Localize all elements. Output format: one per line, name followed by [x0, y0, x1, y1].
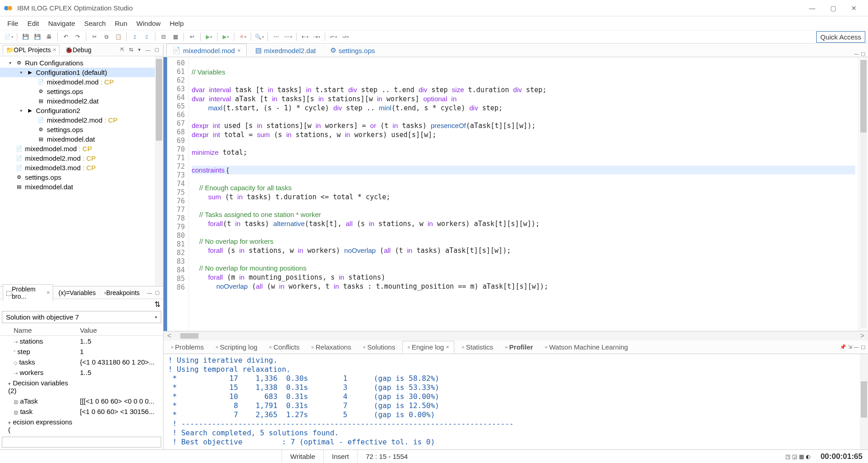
link-editor-icon[interactable]: ⇆ [127, 46, 134, 54]
editor-content[interactable]: // Variables dvar interval task [t in ta… [189, 57, 858, 331]
maximize-view-icon[interactable]: ▢ [153, 46, 160, 54]
pb-row[interactable]: ▾ ecision expressions ( [0, 417, 163, 435]
tab-debug[interactable]: 🐞 Debug [62, 45, 94, 54]
undo-button[interactable]: ↶ [61, 32, 71, 42]
bottom-tab[interactable]: ▫Problems [166, 341, 208, 353]
bottom-tab[interactable]: ▫Solutions [358, 341, 400, 353]
minimize-editor-icon[interactable]: — [854, 51, 859, 57]
bottom-tab[interactable]: ▫Statistics [457, 341, 497, 353]
menu-window[interactable]: Window [132, 18, 165, 29]
copy-button[interactable]: ⧉ [101, 32, 111, 42]
pb-row[interactable]: ⇢ workers1..5 [0, 367, 163, 378]
console-vscroll[interactable] [860, 354, 868, 449]
minimize-view-icon[interactable]: — [144, 46, 152, 54]
editor-tab[interactable]: ⚙settings.ops [324, 44, 381, 57]
step-fwd-button[interactable]: ⤻▾ [340, 32, 350, 42]
redo-button[interactable]: ↷ [73, 32, 83, 42]
bottom-tab[interactable]: ▫Relaxations [307, 341, 356, 353]
paste-button[interactable]: 📋 [113, 32, 123, 42]
search-button[interactable]: 🔍▾ [254, 32, 264, 42]
tree-item[interactable]: ▤ mixedmodel2.dat [0, 96, 163, 106]
tab-opl-projects[interactable]: 📁 OPL Projects ✕ [3, 45, 60, 55]
close-icon[interactable]: ✕ [446, 345, 449, 350]
sort-asc-button[interactable]: z [130, 32, 140, 42]
pb-row[interactable]: ⇢ stations1..5 [0, 336, 163, 346]
tab-variables[interactable]: (x)= Variables [56, 288, 99, 297]
editor-tab[interactable]: 📄mixedmodel.mod✕ [166, 44, 247, 57]
menu-navigate[interactable]: Navigate [44, 18, 79, 29]
run-button[interactable]: ▶▾ [204, 32, 214, 42]
wrap-button[interactable]: ↩ [187, 32, 197, 42]
editor-tab[interactable]: ▤mixedmodel2.dat [249, 44, 322, 57]
tree-item[interactable]: 📄 mixedmodel2.mod : CP [0, 115, 163, 125]
bottom-tab[interactable]: ▫Scripting log [211, 341, 262, 353]
tree-item[interactable]: ⚙ settings.ops [0, 172, 163, 182]
bottom-tab[interactable]: ▫Engine log✕ [402, 341, 454, 353]
menu-search[interactable]: Search [79, 18, 110, 29]
tree-scrollbar[interactable] [155, 56, 163, 286]
maximize-icon[interactable]: ▢ [861, 344, 865, 350]
pb-row[interactable]: ▥ aTask[[[<1 0 60 60> <0 0 0 0... [0, 396, 163, 406]
close-icon[interactable]: ✕ [237, 48, 241, 53]
save-all-button[interactable]: 💾 [32, 32, 42, 42]
pb-row[interactable]: ▥ task[<1 0 60 60> <1 30156... [0, 406, 163, 417]
pb-row[interactable]: ▾ Decision variables (2) [0, 378, 163, 396]
twisty-icon[interactable]: ▾ [9, 60, 15, 65]
ext-tools-button[interactable]: ✳▾ [238, 32, 248, 42]
tree-item[interactable]: ▾ ▶ Configuration2 [0, 106, 163, 115]
minimize-view-icon[interactable]: — [147, 289, 153, 296]
menu-help[interactable]: Help [165, 18, 188, 29]
tree-item[interactable]: ⚙ settings.ops [0, 87, 163, 96]
bottom-tab[interactable]: ▫Conflicts [265, 341, 304, 353]
print-button[interactable]: 🖶 [44, 32, 54, 42]
window-maximize-button[interactable]: ▢ [823, 1, 843, 15]
tree-item[interactable]: 📄 mixedmodel2.mod : CP [0, 153, 163, 163]
toggle-block-button[interactable]: ▦ [170, 32, 180, 42]
menu-file[interactable]: File [3, 18, 23, 29]
tree-item[interactable]: ▤ mixedmodel.dat [0, 134, 163, 144]
tree-item[interactable]: 📄 mixedmodel.mod : CP [0, 77, 163, 87]
tree-item[interactable]: ⚙ settings.ops [0, 125, 163, 134]
collapse-all-icon[interactable]: ⇱ [119, 46, 126, 54]
save-button[interactable]: 💾 [20, 32, 30, 42]
debug-button[interactable]: ▶▾ [221, 32, 231, 42]
nav-back-button[interactable]: ⇠▾ [300, 32, 310, 42]
tree-item[interactable]: ▾ ▶ Configuration1 (default) [0, 68, 163, 77]
tree-item[interactable]: 📄 mixedmodel.mod : CP [0, 144, 163, 153]
step-back-button[interactable]: ⤺▾ [328, 32, 338, 42]
nav-fwd-button[interactable]: ⇢▾ [312, 32, 322, 42]
engine-log-console[interactable]: ! Using iterative diving. ! Using tempor… [164, 354, 868, 449]
maximize-view-icon[interactable]: ▢ [154, 289, 160, 296]
minimize-icon[interactable]: — [854, 344, 859, 350]
pin-icon[interactable]: 📌 [840, 344, 846, 350]
twisty-icon[interactable]: ▾ [20, 70, 26, 75]
sort-desc-button[interactable]: z [142, 32, 152, 42]
toggle-comment-button[interactable]: ⊟ [159, 32, 169, 42]
pb-filter-input[interactable] [2, 437, 161, 448]
close-icon[interactable]: ✕ [53, 47, 56, 52]
view-menu-icon[interactable]: ▾ [136, 46, 143, 54]
close-icon[interactable]: ✕ [46, 290, 50, 295]
maximize-editor-icon[interactable]: ▢ [861, 51, 865, 57]
tray-icon[interactable]: ◐ [806, 453, 810, 460]
pb-row[interactable]: " step1 [0, 346, 163, 357]
project-tree[interactable]: ▾ ⚙ Run Configurations ▾ ▶ Configuration… [0, 56, 163, 286]
pb-row[interactable]: › " total7 [0, 435, 163, 436]
new-button[interactable]: 📄▾ [4, 32, 14, 42]
solution-selector[interactable]: Solution with objective 7 ▾ [2, 311, 161, 323]
window-close-button[interactable]: ✕ [843, 1, 864, 15]
tab-problem-browser[interactable]: ⬚ Problem bro... ✕ [3, 284, 53, 301]
menu-edit[interactable]: Edit [23, 18, 44, 29]
export-icon[interactable]: ⇲ [848, 344, 852, 350]
tree-item[interactable]: ▾ ⚙ Run Configurations [0, 58, 163, 68]
open-type-dd-button[interactable]: ⋯▾ [283, 32, 293, 42]
twisty-icon[interactable]: ▾ [20, 108, 26, 113]
bottom-tab[interactable]: ▫Watson Machine Learning [541, 341, 633, 353]
menu-run[interactable]: Run [110, 18, 132, 29]
tray-icon[interactable]: ◲ [792, 453, 797, 460]
tab-breakpoints[interactable]: ◦ Breakpoints [101, 288, 143, 297]
tree-item[interactable]: 📄 mixedmodel3.mod : CP [0, 163, 163, 172]
bottom-tab[interactable]: ▫Profiler [501, 341, 538, 353]
pb-sort-icon[interactable]: ⇅ [154, 300, 160, 308]
quick-access-field[interactable]: Quick Access [816, 31, 865, 43]
